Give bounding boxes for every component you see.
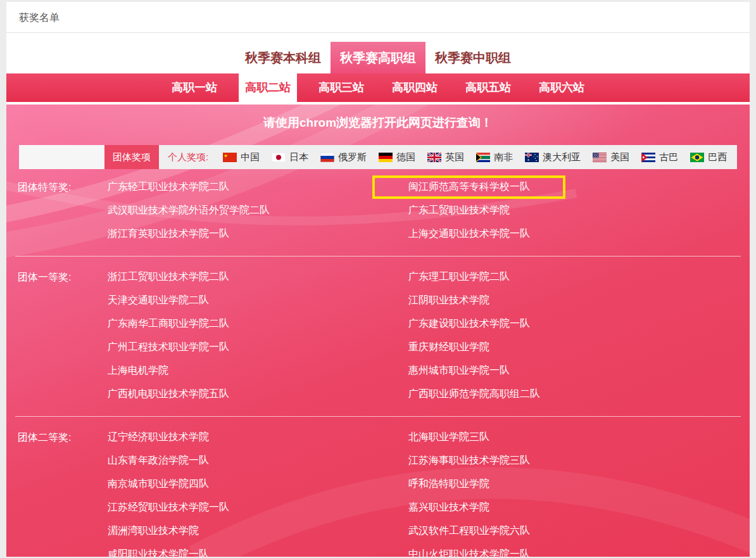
- award-team: 天津交通职业学院二队: [108, 289, 408, 312]
- country-label: 英国: [445, 151, 464, 163]
- country-filter-china[interactable]: 中国: [223, 151, 260, 163]
- section-divider: [15, 256, 741, 257]
- germany-flag-icon: [379, 153, 393, 162]
- award-column-left: 浙江工贸职业技术学院二队 天津交通职业学院二队 广东南华工商职业学院二队 广州工…: [108, 265, 408, 406]
- individual-awards-label: 个人奖项:: [168, 151, 208, 163]
- tab-autumn-undergraduate[interactable]: 秋季赛本科组: [236, 42, 331, 73]
- team-awards-button[interactable]: 团体奖项: [104, 145, 159, 169]
- award-team: 广东工贸职业技术学院: [408, 199, 750, 222]
- results-panel: 请使用chrom浏览器打开此网页进行查询！ 团体奖项 个人奖项: 中国 日本: [6, 105, 750, 557]
- subtab-station-6[interactable]: 高职六站: [532, 73, 591, 102]
- award-team: 重庆财经职业学院: [408, 336, 750, 359]
- section-label: 团体二等奖:: [6, 426, 108, 449]
- award-team: 广西职业师范学院高职组二队: [408, 383, 750, 406]
- award-team: 武汉软件工程职业学院六队: [408, 519, 750, 543]
- section-divider: [15, 416, 741, 417]
- country-label: 澳大利亚: [543, 151, 581, 163]
- russia-flag-icon: [320, 153, 334, 162]
- individual-awards-strip: 个人奖项: 中国 日本 俄罗斯: [159, 145, 737, 169]
- section-label: 团体特等奖:: [6, 175, 108, 199]
- award-team: 山东青年政治学院一队: [108, 449, 408, 472]
- award-column-right: 闽江师范高等专科学校一队 广东工贸职业技术学院 上海交通职业技术学院一队: [408, 175, 750, 246]
- country-filter-usa[interactable]: 美国: [593, 151, 629, 163]
- usa-flag-icon: [593, 153, 607, 162]
- country-filter-australia[interactable]: 澳大利亚: [525, 151, 581, 163]
- country-filter-brazil[interactable]: 巴西: [690, 151, 727, 163]
- subtab-station-1[interactable]: 高职一站: [165, 73, 224, 102]
- subtab-station-5[interactable]: 高职五站: [459, 73, 517, 102]
- uk-flag-icon: [427, 153, 441, 162]
- award-team: 广东建设职业技术学院一队: [408, 312, 750, 336]
- brazil-flag-icon: [690, 153, 704, 162]
- award-team: 惠州城市职业学院一队: [408, 359, 750, 383]
- country-filter-japan[interactable]: 日本: [272, 151, 308, 163]
- award-team: 广州工程技术职业学院一队: [108, 336, 408, 359]
- award-team: 广东轻工职业技术学院二队: [108, 175, 408, 199]
- award-team: 上海交通职业技术学院一队: [408, 222, 750, 246]
- award-team: 广东南华工商职业学院二队: [108, 312, 408, 336]
- page: 获奖名单 秋季赛本科组 秋季赛高职组 秋季赛中职组 高职一站 高职二站 高职三站…: [0, 0, 756, 558]
- page-title: 获奖名单: [19, 12, 60, 23]
- country-label: 中国: [241, 151, 260, 163]
- japan-flag-icon: [272, 153, 286, 162]
- award-column-right: 北海职业学院三队 江苏海事职业技术学院三队 呼和浩特职业学院 嘉兴职业技术学院 …: [408, 426, 750, 557]
- award-team: 南京城市职业学院四队: [108, 472, 408, 496]
- country-filter-russia[interactable]: 俄罗斯: [320, 151, 367, 163]
- browser-notice-text: 请使用chrom浏览器打开此网页进行查询！: [6, 115, 750, 131]
- page-header: 获奖名单: [6, 2, 750, 33]
- china-flag-icon: [223, 153, 237, 162]
- country-label: 美国: [610, 151, 629, 163]
- award-column-left: 辽宁经济职业技术学院 山东青年政治学院一队 南京城市职业学院四队 江苏经贸职业技…: [108, 426, 408, 557]
- subtab-station-2[interactable]: 高职二站: [239, 73, 297, 102]
- subtab-station-4[interactable]: 高职四站: [386, 73, 444, 102]
- award-team: 湄洲湾职业技术学院: [108, 519, 408, 543]
- award-team: 江苏海事职业技术学院三队: [408, 449, 750, 472]
- award-team: 武汉职业技术学院外语外贸学院二队: [108, 199, 408, 222]
- country-filter-south-africa[interactable]: 南非: [476, 151, 513, 163]
- country-label: 古巴: [659, 151, 678, 163]
- award-filter-bar: 团体奖项 个人奖项: 中国 日本 俄罗斯: [19, 145, 737, 169]
- award-team: 辽宁经济职业技术学院: [108, 426, 408, 449]
- country-label: 日本: [289, 151, 308, 163]
- tab-autumn-vocational[interactable]: 秋季赛高职组: [331, 42, 425, 73]
- award-team: 江苏经贸职业技术学院一队: [108, 496, 408, 519]
- award-team: 浙江育英职业技术学院一队: [108, 222, 408, 246]
- award-team: 北海职业学院三队: [408, 426, 750, 449]
- country-label: 南非: [494, 151, 513, 163]
- award-team: 广东理工职业学院二队: [408, 265, 750, 289]
- award-column-right: 广东理工职业学院二队 江阴职业技术学院 广东建设职业技术学院一队 重庆财经职业学…: [408, 265, 750, 406]
- country-filter-uk[interactable]: 英国: [427, 151, 464, 163]
- award-sections: 团体特等奖: 广东轻工职业技术学院二队 武汉职业技术学院外语外贸学院二队 浙江育…: [6, 169, 750, 557]
- section-second-prize: 团体二等奖: 辽宁经济职业技术学院 山东青年政治学院一队 南京城市职业学院四队 …: [6, 426, 750, 557]
- country-label: 俄罗斯: [338, 151, 367, 163]
- award-team: 江阴职业技术学院: [408, 289, 750, 312]
- group-tab-bar: 秋季赛本科组 秋季赛高职组 秋季赛中职组: [6, 33, 750, 73]
- australia-flag-icon: [525, 153, 539, 162]
- cuba-flag-icon: [641, 153, 655, 162]
- country-filter-cuba[interactable]: 古巴: [641, 151, 678, 163]
- south-africa-flag-icon: [476, 153, 490, 162]
- station-tab-bar: 高职一站 高职二站 高职三站 高职四站 高职五站 高职六站: [6, 73, 750, 102]
- award-team: 咸阳职业技术学院一队: [108, 543, 408, 557]
- award-team: 广西机电职业技术学院五队: [108, 383, 408, 406]
- country-label: 巴西: [708, 151, 727, 163]
- award-team: 浙江工贸职业技术学院二队: [108, 265, 408, 289]
- award-team: 中山火炬职业技术学院一队: [408, 543, 750, 557]
- award-team: 上海电机学院: [108, 359, 408, 383]
- highlight-box: 闽江师范高等专科学校一队: [372, 175, 565, 199]
- section-label: 团体一等奖:: [6, 265, 108, 289]
- award-team: 呼和浩特职业学院: [408, 472, 750, 496]
- filter-blank-cell: [19, 145, 104, 169]
- award-team: 嘉兴职业技术学院: [408, 496, 750, 519]
- country-label: 德国: [396, 151, 415, 163]
- subtab-station-3[interactable]: 高职三站: [312, 73, 370, 102]
- tab-autumn-secondary[interactable]: 秋季赛中职组: [425, 42, 520, 73]
- section-first-prize: 团体一等奖: 浙江工贸职业技术学院二队 天津交通职业学院二队 广东南华工商职业学…: [6, 265, 750, 406]
- section-special-prize: 团体特等奖: 广东轻工职业技术学院二队 武汉职业技术学院外语外贸学院二队 浙江育…: [6, 175, 750, 246]
- award-column-left: 广东轻工职业技术学院二队 武汉职业技术学院外语外贸学院二队 浙江育英职业技术学院…: [108, 175, 408, 246]
- country-filter-germany[interactable]: 德国: [379, 151, 415, 163]
- award-team-highlighted: 闽江师范高等专科学校一队: [408, 175, 750, 199]
